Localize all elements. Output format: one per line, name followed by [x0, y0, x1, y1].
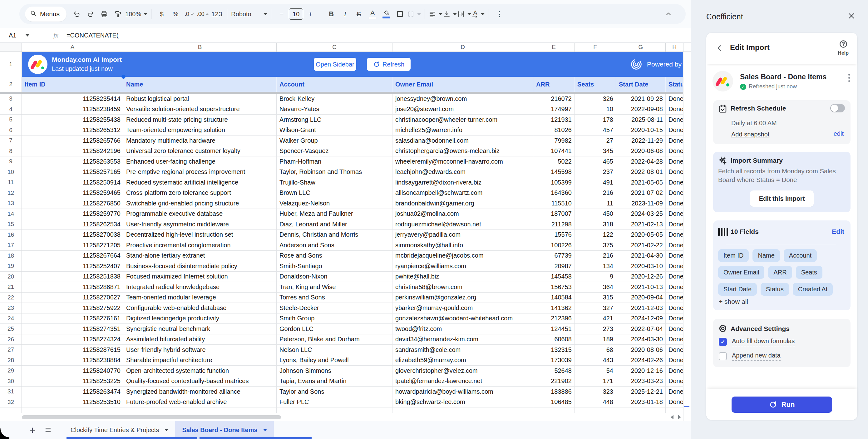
row-number[interactable]: 29 [0, 366, 22, 376]
cell[interactable] [123, 407, 277, 413]
text-wrap-button[interactable] [457, 7, 471, 21]
cell[interactable]: david34@hernandez-kim.com [393, 335, 533, 345]
cell[interactable]: 11258271205 [22, 240, 123, 251]
cell[interactable]: Velazquez-Nelson [277, 198, 393, 209]
cell[interactable]: joshua02@molina.com [393, 209, 533, 220]
cell[interactable]: 183886 [533, 386, 575, 397]
field-chip[interactable]: Account [784, 249, 817, 262]
cell[interactable]: 11258257165 [22, 167, 123, 178]
cell[interactable]: Smith Group [277, 313, 393, 324]
cell[interactable]: 2023-01-18 [616, 397, 666, 408]
cell[interactable]: Fuller PLC [277, 397, 393, 408]
all-sheets-button[interactable] [42, 427, 54, 433]
cell[interactable]: rodriguezmichael@dawson.net [393, 219, 533, 230]
cell[interactable]: 345 [575, 146, 616, 157]
column-header-cell[interactable]: Seats [575, 77, 616, 92]
cell[interactable]: Done [666, 397, 683, 408]
cell[interactable]: 216 [575, 251, 616, 261]
cell[interactable]: 221902 [533, 376, 575, 387]
cell[interactable]: christinacooper@wheeler-turner.com [393, 115, 533, 125]
cell[interactable]: Done [666, 386, 683, 397]
cell[interactable]: Diaz, Leonard and Miller [277, 219, 393, 230]
cell[interactable]: Donaldson-Nixon [277, 272, 393, 282]
cell[interactable]: Johnson-Simmons [277, 366, 393, 376]
cell[interactable]: 11258270627 [22, 292, 123, 303]
run-button[interactable]: Run [732, 397, 832, 413]
cell[interactable]: 216072 [533, 94, 575, 104]
cell[interactable]: 189 [575, 335, 616, 345]
cell[interactable]: 2024-03-25 [616, 209, 666, 220]
column-header-cell[interactable]: Account [277, 77, 393, 92]
cell[interactable]: michelle25@warren.info [393, 125, 533, 136]
cell[interactable]: 2022-08-01 [616, 167, 666, 178]
cell[interactable]: Synergized bandwidth-monitored alliance [123, 386, 277, 397]
cell[interactable]: Done [666, 345, 683, 355]
cell[interactable]: 10 [575, 104, 616, 115]
cell[interactable]: Done [666, 125, 683, 136]
hide-menus-button[interactable] [662, 7, 675, 21]
cell[interactable]: 273 [575, 324, 616, 335]
cell[interactable]: 11258238459 [22, 104, 123, 115]
paint-format-button[interactable] [112, 7, 125, 21]
cell[interactable]: 11258242196 [22, 146, 123, 157]
cell[interactable]: 11258265766 [22, 135, 123, 146]
cell[interactable]: 2021-05-05 [616, 177, 666, 188]
cell[interactable]: 52648 [533, 366, 575, 376]
row-number[interactable]: 31 [0, 386, 22, 397]
cell[interactable]: 2021-10-13 [616, 282, 666, 292]
cell[interactable]: 68 [575, 345, 616, 355]
cell[interactable]: Integrated radical knowledgebase [123, 282, 277, 292]
cell[interactable]: Tran, King and Wise [277, 282, 393, 292]
cell[interactable]: Huber, Meza and Faulkner [277, 209, 393, 220]
row-number[interactable]: 18 [0, 251, 22, 261]
cell[interactable]: Done [666, 272, 683, 282]
cell[interactable] [533, 407, 575, 413]
cell[interactable]: Lyons, Bailey and Powell [277, 355, 393, 366]
cell[interactable]: Smith-Santiago [277, 261, 393, 272]
field-chip[interactable]: Owner Email [718, 266, 764, 279]
row-number[interactable]: 8 [0, 146, 22, 157]
cell[interactable]: Switchable grid-enabled pricing structur… [123, 198, 277, 209]
cell[interactable]: 2022-07-04 [616, 324, 666, 335]
field-chip[interactable]: Item ID [718, 249, 749, 262]
cell[interactable]: Tapia, Evans and Martin [277, 376, 393, 387]
cell[interactable]: 11258275922 [22, 303, 123, 313]
cell[interactable]: 11258263474 [22, 386, 123, 397]
column-header-cell[interactable]: Item ID [22, 77, 123, 92]
cell[interactable]: 450 [575, 209, 616, 220]
cell[interactable]: 5022 [533, 156, 575, 167]
cell[interactable]: 2020-10-15 [616, 125, 666, 136]
column-letter[interactable]: G [616, 43, 666, 52]
field-chip[interactable]: Seats [796, 266, 823, 279]
refresh-schedule-toggle[interactable] [830, 104, 845, 113]
cell[interactable]: 171 [575, 376, 616, 387]
field-chip[interactable]: Created At [793, 283, 833, 296]
cell[interactable]: Nelson LLC [277, 345, 393, 355]
row-number[interactable]: 14 [0, 209, 22, 220]
fill-color-button[interactable] [380, 7, 393, 21]
column-header-cell[interactable]: Owner Email [393, 77, 533, 92]
cell[interactable]: 11258267664 [22, 251, 123, 261]
cell[interactable]: 27 [575, 135, 616, 146]
cell[interactable]: simmonskathy@hall.info [393, 240, 533, 251]
zoom-select[interactable]: 100% [125, 7, 147, 21]
cell[interactable]: 11258263553 [22, 156, 123, 167]
cell[interactable]: 2021-02-22 [616, 240, 666, 251]
cell[interactable]: 121931 [533, 115, 575, 125]
text-rotation-button[interactable]: A [472, 7, 485, 21]
cell[interactable]: 11258286871 [22, 282, 123, 292]
cell[interactable]: 141362 [533, 303, 575, 313]
row-number[interactable]: 27 [0, 345, 22, 355]
cell[interactable]: jerryavery@padilla.com [393, 230, 533, 241]
cell[interactable]: Done [666, 355, 683, 366]
row-number[interactable]: 32 [0, 397, 22, 408]
cell[interactable] [277, 407, 393, 413]
cell[interactable] [666, 407, 683, 413]
cell[interactable]: 81026 [533, 125, 575, 136]
cell[interactable]: tpatel@fernandez-lawrence.net [393, 376, 533, 387]
row-number[interactable]: 26 [0, 335, 22, 345]
cell[interactable]: Digitized leadingedge productivity [123, 313, 277, 324]
text-color-button[interactable]: A [366, 7, 379, 21]
cell[interactable] [22, 407, 123, 413]
cell[interactable]: ryanpierce@williams.com [393, 261, 533, 272]
